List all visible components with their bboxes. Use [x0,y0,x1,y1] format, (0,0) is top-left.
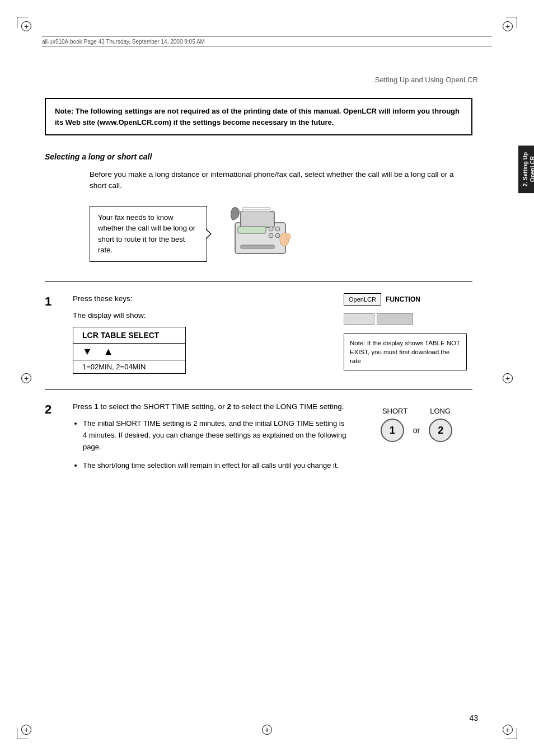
step-2-number: 2 [45,401,62,417]
note-bold-text: Note: The following settings are not req… [55,107,460,126]
svg-rect-4 [238,227,266,233]
svg-point-7 [269,233,273,238]
step-2: 2 Press 1 to select the SHORT TIME setti… [45,401,472,478]
note-box: Note: The following settings are not req… [45,98,472,135]
intro-paragraph: Before you make a long distance or inter… [90,169,472,192]
step-2-bullets: The initial SHORT TIME setting is 2 minu… [83,418,349,471]
display-arrows: ▼ ▲ [73,344,185,360]
display-bottom: 1=02MIN, 2=04MIN [73,360,185,373]
svg-point-11 [286,233,291,240]
step-1: 1 Press these keys: The display will sho… [45,293,472,379]
bullet-2: The short/long time selection will remai… [83,460,349,472]
svg-point-8 [275,233,280,238]
svg-rect-1 [241,212,274,227]
fax-illustration: Your fax needs to know whether the call … [90,203,472,265]
section-title: Setting Up and Using OpenLCR [45,76,500,84]
function-key-label: FUNCTION [386,295,420,303]
divider-1 [45,281,472,282]
step-1-right: OpenLCR FUNCTION Note: If the display sh… [344,293,472,370]
svg-point-5 [269,227,273,231]
or-text: or [413,426,420,435]
arrow-up-icon: ▲ [104,346,114,358]
step-1-note: Note: If the display shows TABLE NOT EXI… [344,334,467,370]
step-1-content: Press these keys: The display will show:… [73,293,332,379]
step-1-number: 1 [45,293,62,309]
long-label: LONG [430,407,451,415]
openlcr-key-box [344,313,374,325]
step-2-left: Press 1 to select the SHORT TIME setting… [73,401,349,478]
button-1: 1 [381,419,404,442]
speech-bubble: Your fax needs to know whether the call … [90,206,207,262]
function-key-box [377,313,413,325]
button-row: 1 or 2 [381,419,452,442]
bullet-1: The initial SHORT TIME setting is 2 minu… [83,418,349,453]
fax-machine-image [224,203,297,265]
step-2-right: SHORT LONG 1 or 2 [360,401,472,442]
display-box: LCR TABLE SELECT ▼ ▲ 1=02MIN, 2=04MIN [73,327,186,374]
short-label: SHORT [382,407,407,415]
display-top: LCR TABLE SELECT [73,327,185,344]
step-2-main-text: Press 1 to select the SHORT TIME setting… [73,401,349,412]
step-1-label: Press these keys: [73,293,332,304]
key-display: OpenLCR FUNCTION [344,293,472,306]
button-2: 2 [429,419,452,442]
step-1-display-label: The display will show: [73,310,332,321]
openlcr-key: OpenLCR [344,293,381,306]
divider-2 [45,389,472,390]
short-long-labels: SHORT LONG [382,407,451,415]
svg-rect-9 [241,245,274,248]
svg-point-6 [275,227,280,231]
svg-rect-3 [242,210,270,212]
subsection-heading: Selecting a long or short call [45,152,472,161]
svg-rect-2 [242,208,270,210]
fax-svg [224,203,297,265]
arrow-down-icon: ▼ [82,346,92,358]
